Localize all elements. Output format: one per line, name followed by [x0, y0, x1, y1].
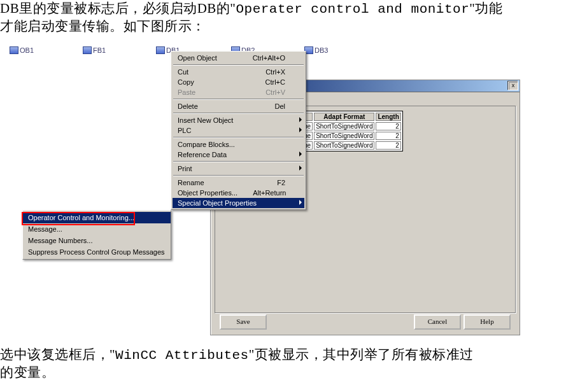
menu-open-object[interactable]: Open ObjectCtrl+Alt+O [173, 53, 304, 63]
cancel-button[interactable]: Cancel [414, 314, 461, 330]
save-button[interactable]: Save [220, 314, 267, 330]
menu-plc[interactable]: PLC [173, 125, 304, 136]
block-fb1-label: FB1 [93, 46, 106, 54]
menu-rename[interactable]: RenameF2 [173, 178, 304, 188]
p2-mono: WinCC Attributes [115, 348, 249, 363]
menu-paste: PasteCtrl+V [173, 87, 304, 97]
p1-mono: Operater control and monitor [236, 2, 469, 17]
chevron-right-icon [299, 151, 302, 157]
close-button[interactable]: x [508, 81, 518, 90]
chevron-right-icon [299, 117, 302, 122]
special-submenu: Operator Control and Monitoring... Messa… [22, 210, 171, 260]
menu-print[interactable]: Print [173, 164, 304, 174]
block-db3-label: DB3 [315, 46, 328, 54]
table-row[interactable]: ue ShortToSignedWord 2 [302, 141, 401, 150]
block-db3[interactable]: DB3 [304, 46, 328, 54]
attributes-grid: Adapt Format Length ue ShortToSignedWord… [300, 111, 403, 151]
menu-object-properties[interactable]: Object Properties...Alt+Return [173, 188, 304, 198]
menu-insert-new[interactable]: Insert New Object [173, 115, 304, 125]
table-row[interactable]: ue ShortToSignedWord 2 [302, 122, 401, 130]
p2-line2: 的变量。 [0, 365, 55, 380]
chevron-right-icon [299, 200, 302, 205]
menu-cut[interactable]: CutCtrl+X [173, 67, 304, 77]
help-button[interactable]: Help [463, 314, 511, 330]
paragraph-2: 选中该复选框后，"WinCC Attributes"页被显示，其中列举了所有被标… [0, 346, 580, 381]
chevron-right-icon [299, 127, 302, 132]
menu-compare[interactable]: Compare Blocks... [173, 139, 304, 150]
p2-prefix: 选中该复选框后，" [0, 347, 115, 362]
table-row[interactable]: ue ShortToSignedWord 2 [302, 132, 401, 140]
menu-delete[interactable]: DeleteDel [173, 101, 304, 111]
p1-suffix: "功能 [469, 1, 502, 16]
p2-suffix: "页被显示，其中列举了所有被标准过 [249, 347, 474, 362]
submenu-suppress[interactable]: Suppress Process Control Group Messages [23, 246, 171, 258]
paragraph-1: DB里的变量被标志后，必须启动DB的"Operater control and … [0, 0, 580, 35]
submenu-message[interactable]: Message... [23, 223, 171, 235]
col-adapt-format: Adapt Format [314, 113, 374, 121]
block-ob1[interactable]: OB1 [10, 46, 34, 54]
menu-reference-data[interactable]: Reference Data [173, 150, 304, 160]
submenu-message-numbers[interactable]: Message Numbers... [23, 235, 171, 246]
block-fb1[interactable]: FB1 [83, 46, 106, 54]
figure: OB1 FB1 DB1 DB2 DB3 x Adapt Format Lengt… [0, 41, 580, 344]
menu-copy[interactable]: CopyCtrl+C [173, 77, 304, 87]
p1-prefix: DB里的变量被标志后，必须启动DB的" [0, 1, 236, 16]
col-length: Length [376, 113, 400, 121]
context-menu: Open ObjectCtrl+Alt+O CutCtrl+X CopyCtrl… [171, 51, 306, 210]
submenu-operator-control[interactable]: Operator Control and Monitoring... [23, 212, 171, 223]
chevron-right-icon [299, 165, 302, 171]
p1-line2: 才能启动变量传输。如下图所示： [0, 18, 206, 34]
block-ob1-label: OB1 [20, 46, 34, 54]
menu-special-object-properties[interactable]: Special Object Properties [173, 198, 304, 208]
